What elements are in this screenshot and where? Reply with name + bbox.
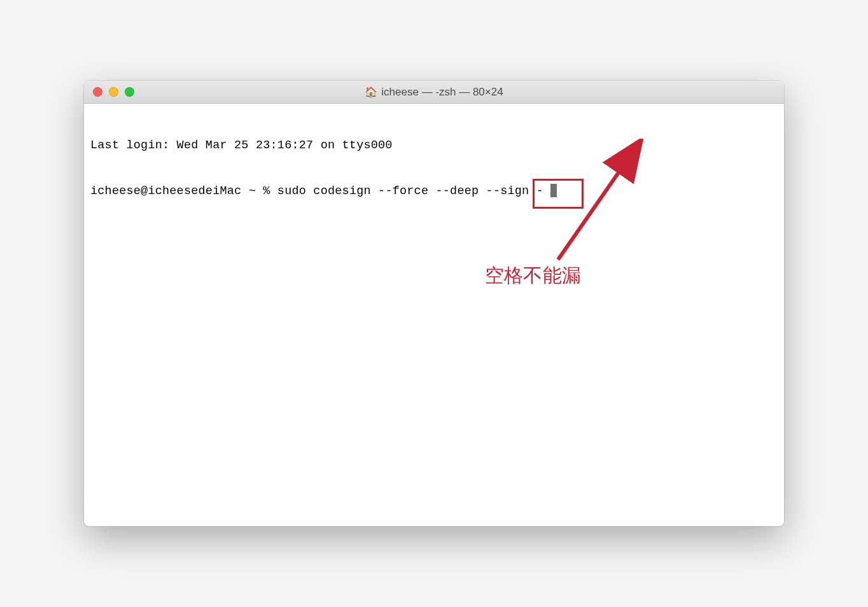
command-text: sudo codesign --force --deep --sign: [277, 184, 536, 199]
terminal-window: 🏠 icheese — -zsh — 80×24 Last login: Wed…: [84, 81, 784, 526]
terminal-prompt: icheese@icheesedeiMac ~ %: [90, 184, 277, 199]
window-title: 🏠 icheese — -zsh — 80×24: [84, 86, 784, 99]
annotation-arrow: [552, 139, 679, 285]
terminal-content[interactable]: Last login: Wed Mar 25 23:16:27 on ttys0…: [84, 104, 784, 526]
command-suffix-wrap: -: [536, 184, 557, 199]
zoom-button[interactable]: [125, 87, 134, 97]
terminal-cursor: [550, 184, 557, 197]
svg-line-1: [558, 145, 638, 260]
window-title-text: icheese — -zsh — 80×24: [381, 86, 503, 99]
last-login-line: Last login: Wed Mar 25 23:16:27 on ttys0…: [90, 138, 778, 153]
minimize-button[interactable]: [109, 87, 118, 97]
command-line: icheese@icheesedeiMac ~ % sudo codesign …: [90, 184, 778, 199]
window-titlebar[interactable]: 🏠 icheese — -zsh — 80×24: [84, 81, 784, 104]
close-button[interactable]: [93, 87, 102, 97]
command-suffix: -: [536, 185, 551, 198]
home-icon: 🏠: [365, 87, 377, 97]
annotation-label: 空格不能漏: [485, 263, 581, 288]
